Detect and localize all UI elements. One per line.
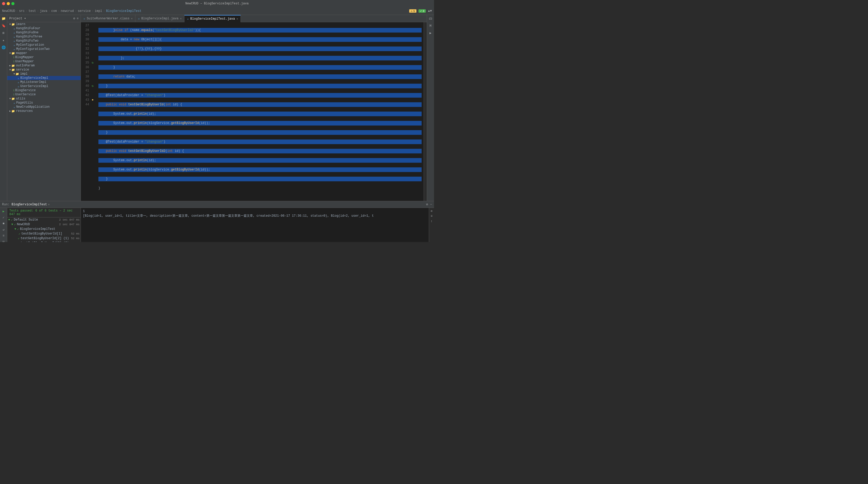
run-rerun-btn[interactable]: ↺ bbox=[1, 227, 6, 232]
test-item-3[interactable]: ✓ testGetBlogByUserId[3] (2) 26 ms bbox=[7, 241, 81, 242]
top-toolbar: NewCRUD › src › test › java › com › newc… bbox=[0, 7, 434, 15]
close-button[interactable] bbox=[2, 2, 5, 5]
tree-item-resources[interactable]: ▶ 📁 resources bbox=[7, 109, 81, 113]
run-body: ▶ ✓ ■ ↺ ≡ ⊟ ≡ ▲ ▼ 🔍 ↗ Tests passed: 6 of… bbox=[0, 208, 434, 242]
tree-item-kangshifufour[interactable]: ☕ KangShiFuFour bbox=[7, 26, 81, 30]
run-label: Run: bbox=[2, 203, 9, 206]
console-line2: [Blog(id=1, user_id=1, title=文章一, descri… bbox=[83, 214, 432, 218]
tree-item-pageutils[interactable]: ☕ PageUtils bbox=[7, 101, 81, 105]
project-icon[interactable]: 📁 bbox=[1, 16, 6, 21]
pass-badge: ✓3 bbox=[418, 9, 426, 13]
run-stop-btn[interactable]: ■ bbox=[1, 221, 6, 226]
tree-item-utils[interactable]: ▼ 📁 utils bbox=[7, 97, 81, 101]
sidebar-menu-icon[interactable]: ≡ bbox=[77, 17, 79, 21]
run-settings-icon[interactable]: ⚙ bbox=[426, 202, 428, 206]
traffic-lights bbox=[2, 2, 14, 5]
tab-suiterunnerworker[interactable]: ☕ SuiteRunnerWorker.class ✕ bbox=[81, 15, 135, 22]
sidebar-title: Project ▾ bbox=[9, 17, 26, 21]
run-tabs: Run: BlogServiceImplTest ✕ ⚙ − bbox=[0, 201, 434, 208]
tree-item-mapper[interactable]: ▼ 📁 mapper bbox=[7, 51, 81, 55]
tree-item-kangshifuone[interactable]: ☕ KangShiFuOne bbox=[7, 30, 81, 35]
run-stats-text: Tests passed: 6 of 6 tests – 2 sec 847 m… bbox=[9, 209, 79, 216]
left-sidebar-icons: 📁 🔖 ⊞ ★ 🌐 bbox=[0, 15, 7, 201]
close-tab-blogtest[interactable]: ✕ bbox=[237, 17, 238, 21]
test-item-blogserviceimpltest[interactable]: ▼ ✓ BlogServiceImplTest bbox=[7, 227, 81, 231]
project-sidebar: Project ▾ ⚙ ≡ ▼ 📁 learn ☕ KangShiFuFour bbox=[7, 15, 81, 201]
tree-item-newcrudapplication[interactable]: ☕ NewCrudApplication bbox=[7, 105, 81, 109]
tab-blogserviceimpl[interactable]: ☕ BlogServiceImpl.java ✕ bbox=[135, 15, 184, 22]
console-toolbar-right: ⊘ ≡ ↕ bbox=[429, 208, 434, 242]
run-tab-blogtest[interactable]: BlogServiceImplTest ✕ bbox=[11, 203, 50, 206]
tree-item-kangshifutwo[interactable]: ☕ KangShiFuTwo bbox=[7, 39, 81, 43]
maximize-button[interactable] bbox=[11, 2, 14, 5]
close-tab-blog[interactable]: ✕ bbox=[180, 17, 182, 20]
run-play-btn[interactable]: ▶ bbox=[1, 209, 6, 214]
editor-tabs: ☕ SuiteRunnerWorker.class ✕ ☕ BlogServic… bbox=[81, 15, 427, 22]
breadcrumb-newcrud[interactable]: NewCRUD bbox=[2, 9, 15, 13]
tree-item-mylistenerimpl[interactable]: ☕ MyListenerImpl bbox=[7, 80, 81, 84]
console-clear-btn[interactable]: ⊘ bbox=[430, 209, 434, 213]
sidebar-header: Project ▾ ⚙ ≡ bbox=[7, 15, 81, 22]
breadcrumb-impl[interactable]: impl bbox=[95, 9, 102, 13]
close-tab-suite[interactable]: ✕ bbox=[131, 17, 132, 20]
run-config-icon[interactable]: ▶ bbox=[428, 30, 433, 36]
code-editor[interactable]: 27 28 29 30 31 32 33 34 35 36 37 38 39 4… bbox=[81, 22, 427, 201]
favorites-icon[interactable]: ★ bbox=[1, 38, 6, 43]
tree-item-outinparam[interactable]: ▶ 📁 outInParam bbox=[7, 64, 81, 68]
run-check-btn[interactable]: ✓ bbox=[1, 215, 6, 220]
structure-icon[interactable]: ⊞ bbox=[1, 30, 6, 36]
run-toolbar: ▶ ✓ ■ ↺ ≡ ⊟ ≡ ▲ ▼ 🔍 ↗ bbox=[0, 208, 7, 242]
console-fold-btn[interactable]: ≡ bbox=[430, 214, 434, 218]
tree-item-learn[interactable]: ▼ 📁 learn bbox=[7, 22, 81, 26]
window-title: NewCRUD – BlogServiceImplTest.java bbox=[185, 2, 249, 5]
tree-item-blogservice[interactable]: Ⅰ BlogService bbox=[7, 88, 81, 93]
web-icon[interactable]: 🌐 bbox=[1, 45, 6, 50]
tree-item-kangshifuthree[interactable]: ☕ KangShiFuThree bbox=[7, 35, 81, 39]
tree-item-blogserviceimpl[interactable]: ☕ BlogServiceImpl bbox=[7, 76, 81, 80]
project-tree: ▼ 📁 learn ☕ KangShiFuFour ☕ KangShiFuOne… bbox=[7, 22, 81, 201]
test-item-1[interactable]: ✓ testGetBlogByUserId[1] 52 ms bbox=[7, 231, 81, 236]
maven-icon[interactable]: M bbox=[428, 23, 433, 28]
tree-item-userserviceimpl[interactable]: ☕ UserServiceImpl bbox=[7, 84, 81, 88]
titlebar: NewCRUD – BlogServiceImplTest.java bbox=[0, 0, 434, 7]
run-sort-btn[interactable]: ≡ bbox=[1, 233, 6, 238]
breadcrumb-com[interactable]: com bbox=[51, 9, 57, 13]
test-item-default-suite[interactable]: ▼ ✓ Default Suite 2 sec 847 ms bbox=[7, 218, 81, 222]
tree-item-usermapper[interactable]: Ⅰ UserMapper bbox=[7, 59, 81, 64]
editor-area: ☕ SuiteRunnerWorker.class ✕ ☕ BlogServic… bbox=[81, 15, 427, 201]
sidebar-gear-icon[interactable]: ⚙ bbox=[73, 17, 75, 21]
tree-item-myconfigurationtwo[interactable]: ☕ MyConfigurationTwo bbox=[7, 47, 81, 51]
test-item-2[interactable]: ✓ testGetBlogByUserId[2] (1) 52 ms bbox=[7, 236, 81, 241]
code-content[interactable]: }else if (name.equals("testGetBlogByUser… bbox=[96, 22, 424, 201]
console-output[interactable]: 1 [Blog(id=1, user_id=1, title=文章一, desc… bbox=[81, 208, 434, 242]
editor-scrollbar[interactable] bbox=[424, 22, 427, 201]
run-minimize-icon[interactable]: − bbox=[430, 203, 432, 206]
right-sidebar-icons: 🗃 M ▶ bbox=[427, 15, 434, 201]
tree-item-service[interactable]: ▼ 📁 service bbox=[7, 68, 81, 72]
tree-item-impl[interactable]: ▼ 📁 impl bbox=[7, 72, 81, 76]
run-filter-btn[interactable]: ⊟ bbox=[1, 239, 6, 242]
console-scroll-btn[interactable]: ↕ bbox=[430, 219, 434, 223]
tab-blogserviceimpltest[interactable]: ☕ BlogServiceImplTest.java ✕ bbox=[184, 15, 241, 22]
expand-icon[interactable]: ▲▼ bbox=[428, 9, 432, 13]
run-panel: Run: BlogServiceImplTest ✕ ⚙ − ▶ ✓ ■ ↺ ≡… bbox=[0, 201, 434, 242]
breadcrumb-service[interactable]: service bbox=[78, 9, 91, 13]
warning-badge: ⚠1 bbox=[409, 9, 416, 13]
minimize-button[interactable] bbox=[7, 2, 10, 5]
breadcrumb-test[interactable]: test bbox=[28, 9, 36, 13]
gutter: ↻ ↻ ● bbox=[91, 22, 96, 201]
breadcrumb: NewCRUD › src › test › java › com › newc… bbox=[2, 9, 141, 13]
test-item-newcrud[interactable]: ▼ ✓ NewCRUD 2 sec 847 ms bbox=[7, 222, 81, 227]
tree-item-userservice[interactable]: Ⅰ UserService bbox=[7, 93, 81, 97]
close-run-tab[interactable]: ✕ bbox=[48, 203, 50, 206]
database-icon[interactable]: 🗃 bbox=[428, 16, 433, 21]
bookmark-icon[interactable]: 🔖 bbox=[1, 23, 6, 28]
breadcrumb-java[interactable]: java bbox=[40, 9, 47, 13]
breadcrumb-newcrud2[interactable]: newcrud bbox=[61, 9, 74, 13]
run-stats: Tests passed: 6 of 6 tests – 2 sec 847 m… bbox=[7, 208, 81, 218]
breadcrumb-file[interactable]: BlogServiceImplTest bbox=[106, 9, 142, 13]
tree-item-myconfiguration[interactable]: ☕ MyConfiguration bbox=[7, 43, 81, 47]
line-numbers: 27 28 29 30 31 32 33 34 35 36 37 38 39 4… bbox=[81, 22, 91, 201]
breadcrumb-src[interactable]: src bbox=[19, 9, 25, 13]
tree-item-blogmapper[interactable]: Ⅰ BlogMapper bbox=[7, 55, 81, 59]
